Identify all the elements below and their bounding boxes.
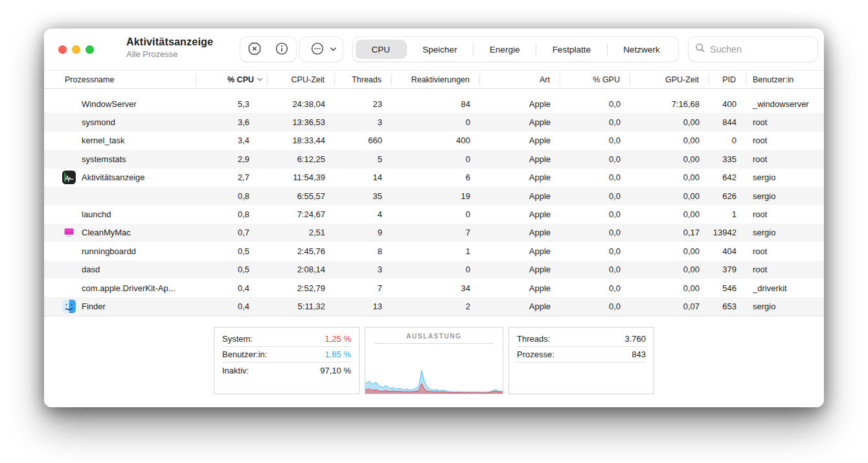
cell-pid: 400 bbox=[709, 99, 746, 109]
cell-wakeups: 1 bbox=[392, 246, 480, 256]
cell-user: root bbox=[746, 136, 824, 145]
column-header-cpu_time[interactable]: CPU-Zeit bbox=[268, 74, 335, 85]
cell-user: sergio bbox=[746, 302, 824, 311]
icon-spacer bbox=[62, 152, 76, 166]
cell-wakeups: 2 bbox=[392, 302, 480, 311]
column-label: Threads bbox=[352, 75, 382, 84]
cell-user: root bbox=[746, 209, 824, 219]
table-row[interactable]: launchd0,87:24,6740Apple0,00,001root bbox=[44, 205, 824, 223]
stat-value: 843 bbox=[632, 350, 646, 359]
cell-threads: 7 bbox=[335, 283, 392, 293]
table-row[interactable]: Aktivitätsanzeige2,711:54,39146Apple0,00… bbox=[44, 169, 824, 187]
column-header-threads[interactable]: Threads bbox=[335, 74, 392, 85]
cell-kind: Apple bbox=[480, 117, 560, 127]
table-row[interactable]: sysmond3,613:36,5330Apple0,00,00844root bbox=[44, 113, 824, 131]
tab-speicher[interactable]: Speicher bbox=[407, 40, 474, 59]
table-row[interactable]: dasd0,52:08,1430Apple0,00,00379root bbox=[44, 261, 824, 279]
process-count-box: Threads:3.760Prozesse:843 bbox=[508, 327, 654, 394]
process-name: com.apple.DriverKit-Ap... bbox=[82, 283, 176, 293]
traffic-lights bbox=[58, 45, 94, 54]
cell-threads: 35 bbox=[335, 191, 392, 201]
column-header-name[interactable]: Prozessname bbox=[44, 74, 196, 85]
cell-cpu_time: 11:54,39 bbox=[268, 172, 335, 182]
close-button[interactable] bbox=[58, 45, 67, 54]
column-header-cpu[interactable]: % CPU bbox=[196, 74, 268, 85]
stop-process-button[interactable] bbox=[242, 37, 268, 62]
cell-threads: 14 bbox=[335, 172, 392, 182]
icon-spacer bbox=[62, 281, 76, 295]
cell-name: CleanMyMac bbox=[44, 226, 196, 239]
cell-pid: 626 bbox=[709, 191, 746, 201]
cell-cpu_time: 13:36,53 bbox=[268, 117, 335, 127]
column-label: Reaktivierungen bbox=[411, 75, 470, 84]
search-input[interactable] bbox=[710, 44, 811, 54]
cell-gpu: 0,0 bbox=[560, 246, 630, 256]
cell-gpu: 0,0 bbox=[560, 228, 630, 237]
table-row[interactable]: 0,86:55,573519Apple0,00,00626sergio bbox=[44, 187, 824, 205]
cell-gpu_time: 0,17 bbox=[630, 228, 709, 237]
stat-label: Prozesse: bbox=[517, 350, 554, 359]
cell-kind: Apple bbox=[480, 265, 560, 274]
tab-netzwerk[interactable]: Netzwerk bbox=[608, 40, 676, 59]
icon-spacer bbox=[62, 263, 76, 276]
stat-value: 1,25 % bbox=[325, 334, 351, 344]
table-row[interactable]: com.apple.DriverKit-Ap...0,42:52,79734Ap… bbox=[44, 279, 824, 297]
search-field[interactable] bbox=[689, 37, 817, 62]
cell-cpu_time: 6:55,57 bbox=[268, 191, 335, 201]
cell-user: _driverkit bbox=[746, 283, 824, 293]
cell-wakeups: 34 bbox=[392, 283, 480, 293]
table-row[interactable]: systemstats2,96:12,2550Apple0,00,00335ro… bbox=[44, 150, 824, 168]
cell-kind: Apple bbox=[480, 154, 560, 164]
cell-name: Aktivitätsanzeige bbox=[44, 171, 196, 184]
process-name: kernel_task bbox=[82, 136, 124, 145]
cell-gpu: 0,0 bbox=[560, 191, 630, 201]
footer-stats: System:1,25 %Benutzer:in:1,65 %Inaktiv:9… bbox=[44, 316, 824, 407]
icon-spacer bbox=[62, 115, 76, 129]
cell-cpu: 0,5 bbox=[196, 246, 268, 256]
tab-energie[interactable]: Energie bbox=[474, 40, 536, 59]
zoom-button[interactable] bbox=[86, 45, 94, 54]
cell-gpu: 0,0 bbox=[560, 265, 630, 274]
cell-cpu: 3,4 bbox=[196, 136, 268, 145]
cell-pid: 653 bbox=[709, 302, 746, 311]
tab-cpu[interactable]: CPU bbox=[356, 40, 406, 59]
more-options-button[interactable] bbox=[306, 37, 328, 62]
column-header-kind[interactable]: Art bbox=[480, 74, 560, 85]
cell-threads: 5 bbox=[335, 154, 392, 164]
minimize-button[interactable] bbox=[72, 45, 80, 54]
cell-wakeups: 7 bbox=[392, 228, 480, 237]
cell-cpu: 0,4 bbox=[196, 283, 268, 293]
process-name: Aktivitätsanzeige bbox=[82, 172, 145, 182]
titlebar[interactable]: Aktivitätsanzeige Alle Prozesse bbox=[44, 29, 824, 70]
cell-gpu_time: 0,00 bbox=[630, 265, 709, 274]
inspect-process-button[interactable] bbox=[269, 37, 295, 62]
stat-row: Benutzer:in:1,65 % bbox=[222, 347, 351, 362]
column-label: Benutzer:in bbox=[753, 75, 794, 84]
cell-threads: 23 bbox=[335, 99, 392, 109]
table-row[interactable]: Finder0,45:11,32132Apple0,00,07653sergio bbox=[44, 297, 824, 315]
column-header-pid[interactable]: PID bbox=[709, 74, 746, 85]
process-name: Finder bbox=[82, 302, 106, 311]
table-row[interactable]: kernel_task3,418:33,44660400Apple0,00,00… bbox=[44, 132, 824, 150]
cell-name: launchd bbox=[44, 208, 196, 221]
column-header-wakeups[interactable]: Reaktivierungen bbox=[392, 74, 480, 85]
cell-cpu: 2,9 bbox=[196, 154, 268, 164]
cell-cpu_time: 18:33,44 bbox=[268, 136, 335, 145]
search-icon bbox=[695, 43, 705, 56]
stat-row: Prozesse:843 bbox=[517, 347, 646, 362]
activity-monitor-icon bbox=[62, 171, 76, 184]
table-row[interactable]: WindowServer5,324:38,042384Apple0,07:16,… bbox=[44, 95, 824, 113]
cell-cpu_time: 2:45,76 bbox=[268, 246, 335, 256]
cell-cpu: 0,4 bbox=[196, 302, 268, 311]
process-name: dasd bbox=[82, 265, 100, 274]
cell-pid: 13942 bbox=[709, 228, 746, 237]
table-row[interactable]: CleanMyMac0,72,5197Apple0,00,1713942serg… bbox=[44, 224, 824, 242]
cell-kind: Apple bbox=[480, 302, 560, 311]
cell-kind: Apple bbox=[480, 136, 560, 145]
tab-festplatte[interactable]: Festplatte bbox=[536, 40, 607, 59]
table-row[interactable]: runningboardd0,52:45,7681Apple0,00,00404… bbox=[44, 242, 824, 260]
column-header-user[interactable]: Benutzer:in bbox=[746, 74, 824, 85]
cell-user: _windowserver bbox=[746, 99, 824, 109]
column-header-gpu[interactable]: % GPU bbox=[560, 74, 630, 85]
column-header-gpu_time[interactable]: GPU-Zeit bbox=[630, 74, 709, 85]
